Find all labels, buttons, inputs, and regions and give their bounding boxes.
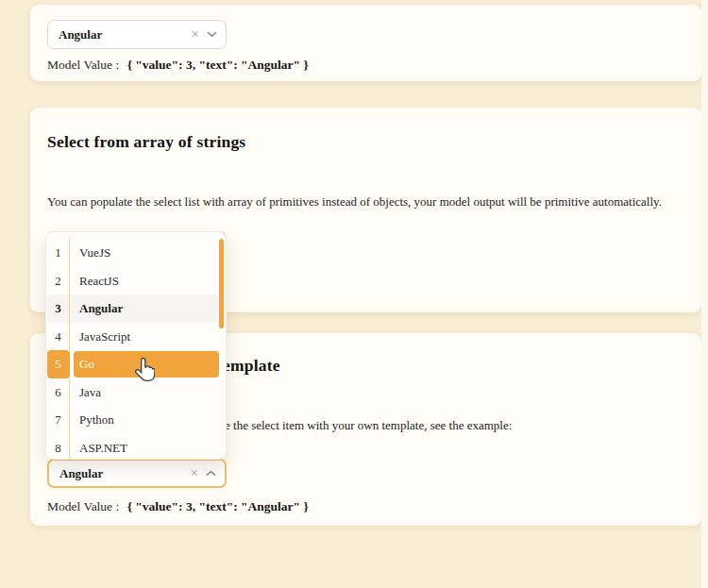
model-value-line: Model Value : { "value": 3, "text": "Ang… bbox=[47, 58, 309, 73]
model-value-line: Model Value : { "value": 3, "text": "Ang… bbox=[47, 499, 309, 514]
option-label: Go bbox=[74, 351, 219, 378]
dropdown-option-java[interactable]: 6 Java bbox=[47, 378, 219, 407]
model-value-json: { "value": 3, "text": "Angular" } bbox=[127, 499, 309, 513]
option-label: ASP.NET bbox=[74, 435, 219, 461]
framework-select-top[interactable]: Angular × bbox=[47, 20, 227, 49]
model-value-label: Model Value : bbox=[47, 58, 119, 72]
option-label: JavaScript bbox=[74, 324, 219, 350]
dropdown-option-go-hovered[interactable]: 5 Go bbox=[47, 350, 219, 378]
option-label: Java bbox=[74, 379, 219, 406]
page-background: Angular × Model Value : { "value": 3, "t… bbox=[0, 0, 708, 588]
scrollbar-track[interactable] bbox=[701, 0, 708, 588]
menu-scrollbar-thumb[interactable] bbox=[219, 239, 224, 328]
select-dropdown-menu: 1 VueJS 2 ReactJS 3 Angular 4 JavaScript… bbox=[45, 231, 227, 460]
selected-value: Angular bbox=[48, 27, 186, 42]
option-number: 6 bbox=[47, 378, 70, 407]
framework-select-open[interactable]: Angular × bbox=[47, 459, 227, 488]
section-description: You can populate the select list with ar… bbox=[47, 194, 662, 210]
dropdown-option-aspnet[interactable]: 8 ASP.NET bbox=[47, 434, 219, 461]
model-value-json: { "value": 3, "text": "Angular" } bbox=[127, 58, 309, 72]
chevron-up-icon[interactable] bbox=[204, 470, 225, 477]
option-label: Angular bbox=[74, 295, 219, 322]
option-label: VueJS bbox=[74, 240, 219, 266]
option-number: 2 bbox=[47, 267, 70, 295]
chevron-down-icon[interactable] bbox=[205, 31, 226, 38]
option-label: ReactJS bbox=[74, 268, 219, 294]
option-label: Python bbox=[74, 407, 219, 433]
card-basic-select: Angular × Model Value : { "value": 3, "t… bbox=[30, 5, 701, 81]
option-number: 5 bbox=[47, 350, 70, 378]
dropdown-option-reactjs[interactable]: 2 ReactJS bbox=[47, 267, 219, 295]
dropdown-option-python[interactable]: 7 Python bbox=[47, 406, 219, 434]
option-number: 3 bbox=[47, 294, 70, 323]
dropdown-option-javascript[interactable]: 4 JavaScript bbox=[47, 323, 219, 351]
section-title-fragment: emplate bbox=[223, 356, 280, 376]
dropdown-option-angular-selected[interactable]: 3 Angular bbox=[47, 294, 219, 323]
section-title: Select from array of strings bbox=[47, 132, 245, 152]
section-description-fragment: e the select item with your own template… bbox=[225, 418, 512, 433]
dropdown-option-vuejs[interactable]: 1 VueJS bbox=[47, 239, 219, 267]
option-number: 4 bbox=[47, 323, 70, 351]
option-number: 1 bbox=[47, 239, 70, 267]
clear-icon[interactable]: × bbox=[186, 27, 205, 42]
option-number: 7 bbox=[47, 406, 70, 434]
selected-value: Angular bbox=[49, 466, 185, 481]
option-number: 8 bbox=[47, 434, 70, 461]
clear-icon[interactable]: × bbox=[185, 466, 204, 480]
model-value-label: Model Value : bbox=[47, 499, 119, 513]
